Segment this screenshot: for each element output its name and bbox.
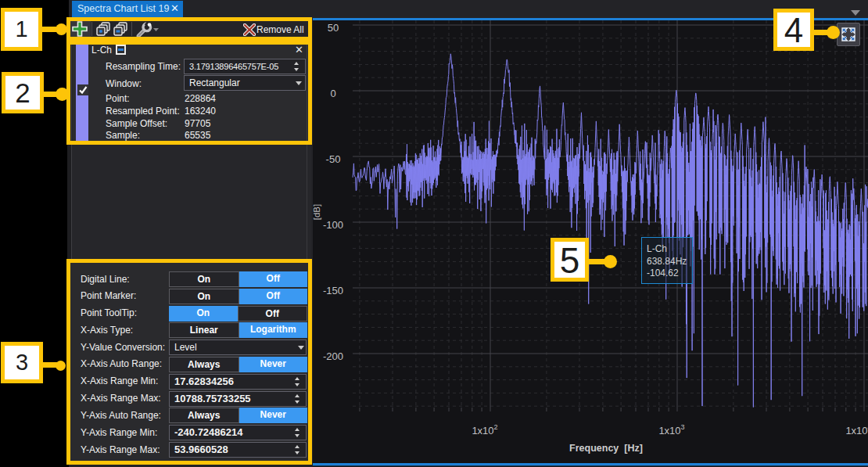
svg-text:0: 0 bbox=[330, 88, 335, 99]
svg-text:-50: -50 bbox=[326, 153, 341, 165]
svg-text:-150: -150 bbox=[323, 285, 343, 296]
svg-text:-200: -200 bbox=[323, 350, 343, 362]
svg-text:1x104: 1x104 bbox=[845, 423, 868, 436]
svg-text:Frequency [Hz]: Frequency [Hz] bbox=[569, 443, 643, 454]
svg-text:[dB]: [dB] bbox=[313, 204, 321, 220]
svg-text:-100: -100 bbox=[323, 219, 343, 231]
svg-text:50: 50 bbox=[328, 22, 339, 34]
